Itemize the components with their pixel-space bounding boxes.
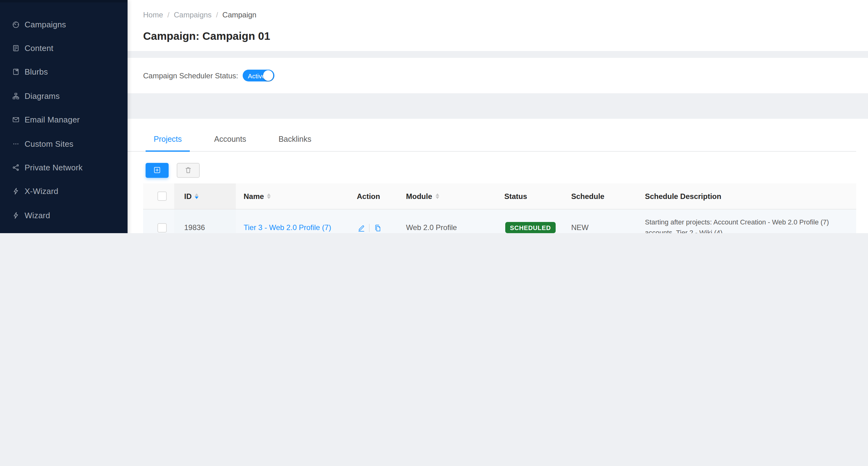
sidebar-item-wizard[interactable]: Wizard — [0, 203, 127, 227]
breadcrumb-home[interactable]: Home — [143, 10, 163, 19]
cell-module: Web 2.0 Profile — [398, 224, 496, 232]
sort-carets-icon — [435, 193, 439, 199]
sidebar-item-x-wizard[interactable]: X-Wizard — [0, 179, 127, 203]
tab-backlinks[interactable]: Backlinks — [270, 135, 319, 152]
column-label: Schedule Description — [645, 192, 721, 201]
row-checkbox[interactable] — [157, 223, 166, 233]
diagram-icon — [11, 92, 20, 100]
toggle-knob — [263, 71, 274, 81]
column-header-status: Status — [496, 184, 563, 209]
column-header-schedule-description: Schedule Description — [637, 184, 856, 209]
column-label: Schedule — [571, 192, 604, 201]
breadcrumb-separator: / — [167, 10, 169, 19]
cell-id: 19836 — [174, 209, 236, 233]
cell-status: SCHEDULED — [496, 222, 563, 233]
sidebar: Campaigns Content Blurbs Diagrams — [0, 0, 127, 233]
sidebar-item-diagrams[interactable]: Diagrams — [0, 84, 127, 108]
select-all-cell — [143, 184, 174, 209]
projects-table: ID Name Action M — [143, 184, 856, 233]
content-icon — [11, 44, 20, 52]
add-project-button[interactable] — [146, 163, 168, 178]
sidebar-top-strip — [0, 0, 127, 2]
sidebar-item-custom-sites[interactable]: Custom Sites — [0, 132, 127, 156]
copy-icon[interactable] — [373, 224, 382, 232]
project-id: 19836 — [184, 224, 205, 232]
sidebar-item-label: Diagrams — [25, 91, 60, 101]
lightning-icon — [11, 211, 20, 220]
cell-name: Tier 3 - Web 2.0 Profile (7) — [236, 224, 349, 232]
module-name: Web 2.0 Profile — [406, 224, 457, 232]
sidebar-item-label: Campaigns — [25, 20, 66, 29]
lightning-icon — [11, 188, 20, 196]
edit-icon[interactable] — [357, 224, 365, 232]
schedule-description-line2: accounts, Tier 2 - Wiki (4) — [645, 228, 856, 233]
schedule-description-line1: Starting after projects: Account Creatio… — [645, 217, 856, 228]
sidebar-item-label: Content — [25, 43, 53, 53]
column-header-action: Action — [349, 184, 398, 209]
main-area: Home / Campaigns / Campaign Campaign: Ca… — [127, 0, 868, 233]
sidebar-item-label: Blurbs — [25, 67, 48, 77]
sidebar-item-email-manager[interactable]: Email Manager — [0, 108, 127, 132]
scheduler-status-label: Campaign Scheduler Status: — [143, 71, 238, 80]
sort-carets-icon — [267, 193, 271, 199]
status-badge: SCHEDULED — [505, 222, 556, 233]
page-header-section: Home / Campaigns / Campaign Campaign: Ca… — [127, 0, 868, 51]
app-screen: Campaigns Content Blurbs Diagrams — [0, 0, 868, 233]
icon-divider — [369, 224, 370, 232]
sidebar-item-private-network[interactable]: Private Network — [0, 156, 127, 180]
column-label: Module — [406, 192, 432, 201]
dashboard-icon — [11, 20, 20, 28]
column-header-schedule: Schedule — [563, 184, 637, 209]
book-icon — [11, 68, 20, 76]
column-header-module[interactable]: Module — [398, 184, 496, 209]
project-link[interactable]: Tier 3 - Web 2.0 Profile (7) — [244, 224, 331, 232]
sidebar-item-label: Custom Sites — [25, 139, 73, 148]
sidebar-item-label: X-Wizard — [25, 187, 59, 196]
sidebar-menu: Campaigns Content Blurbs Diagrams — [0, 2, 127, 233]
breadcrumb-campaigns[interactable]: Campaigns — [174, 10, 212, 19]
sidebar-item-label: Email Manager — [25, 115, 80, 125]
plus-square-icon — [153, 166, 161, 174]
scheduler-status-section: Campaign Scheduler Status: Active — [127, 58, 868, 93]
sidebar-item-content[interactable]: Content — [0, 36, 127, 60]
column-label: Action — [357, 192, 380, 201]
delete-projects-button[interactable] — [177, 163, 199, 178]
sidebar-item-turbo-wizard[interactable]: Turbo Wizard — [0, 227, 127, 233]
tab-projects[interactable]: Projects — [146, 135, 190, 152]
breadcrumb-current: Campaign — [222, 10, 256, 19]
table-toolbar — [146, 163, 868, 178]
column-header-name[interactable]: Name — [236, 184, 349, 209]
table-row: 19836 Tier 3 - Web 2.0 Profile (7) — [143, 209, 856, 233]
envelope-icon — [11, 116, 20, 124]
tab-accounts[interactable]: Accounts — [206, 135, 254, 152]
table-header-row: ID Name Action M — [143, 184, 856, 209]
breadcrumb-separator: / — [216, 10, 218, 19]
tab-bar: Projects Accounts Backlinks — [127, 119, 856, 152]
column-label: Status — [504, 192, 527, 201]
sidebar-item-blurbs[interactable]: Blurbs — [0, 60, 127, 84]
column-header-id[interactable]: ID — [174, 184, 236, 209]
schedule-value: NEW — [571, 224, 589, 232]
ellipsis-icon — [11, 140, 20, 148]
row-select-cell — [143, 209, 174, 233]
breadcrumb: Home / Campaigns / Campaign — [143, 10, 868, 19]
sidebar-item-campaigns[interactable]: Campaigns — [0, 12, 127, 36]
sidebar-item-label: Private Network — [25, 163, 83, 172]
column-label: Name — [244, 192, 264, 201]
select-all-checkbox[interactable] — [157, 192, 166, 201]
table-body: 19836 Tier 3 - Web 2.0 Profile (7) — [143, 209, 856, 233]
trash-icon — [184, 166, 192, 174]
sidebar-item-label: Wizard — [25, 211, 50, 220]
page-title: Campaign: Campaign 01 — [143, 30, 868, 43]
cell-schedule: NEW — [563, 224, 637, 232]
network-icon — [11, 164, 20, 172]
campaign-card: Projects Accounts Backlinks — [127, 119, 868, 233]
column-label: ID — [184, 192, 192, 201]
sort-carets-icon — [195, 193, 198, 199]
cell-schedule-description: Starting after projects: Account Creatio… — [637, 217, 856, 233]
scheduler-toggle[interactable]: Active — [243, 70, 274, 82]
cell-action — [349, 224, 398, 232]
